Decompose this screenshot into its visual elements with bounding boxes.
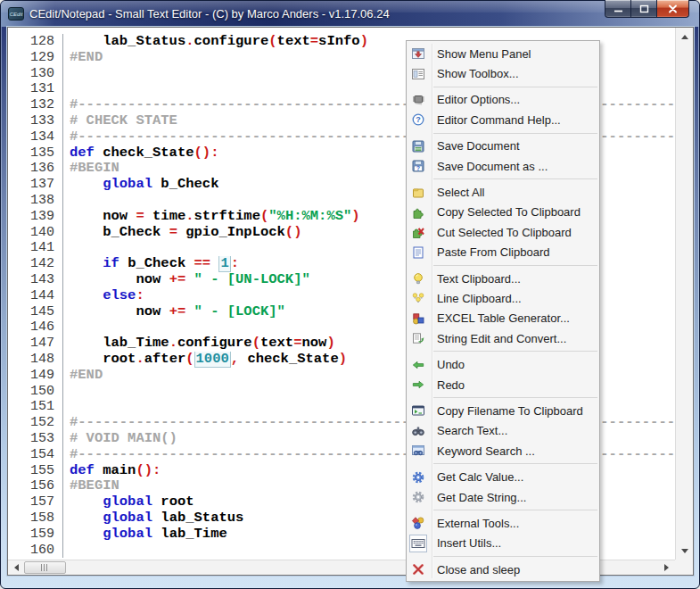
menu-item-cut-selected-to-clipboard[interactable]: Cut Selected To Clipboard — [407, 222, 599, 242]
arrow-up-icon — [681, 35, 688, 39]
line-number: 145 — [8, 304, 63, 320]
menu-item-undo[interactable]: Undo — [407, 354, 599, 374]
menu-item-get-calc-value[interactable]: Get Calc Value... — [407, 467, 599, 486]
menu-item-show-toolbox[interactable]: Show Toolbox... — [407, 63, 599, 83]
menu-item-label: Paste From Clipboard — [437, 245, 549, 259]
line-number: 130 — [8, 66, 63, 82]
menu-item-copy-selected-to-clipboard[interactable]: Copy Selected To Clipboard — [407, 203, 599, 222]
menu-item-text-clipboard[interactable]: Text Clipboard... — [407, 269, 599, 288]
line-number: 132 — [8, 97, 63, 113]
line-number: 158 — [8, 510, 63, 527]
menu-item-copy-filename-to-clipboard[interactable]: Copy Filename To Clipboard — [407, 401, 599, 420]
svg-text:?: ? — [416, 116, 421, 125]
menu-item-excel-table-generator[interactable]: EXCEL Table Generator... — [407, 309, 599, 328]
menu-item-external-tools[interactable]: External Tools... — [407, 513, 599, 533]
menu-item-label: Save Document — [437, 139, 520, 153]
scroll-left-button[interactable] — [10, 560, 23, 575]
scrollbar-corner — [675, 560, 693, 575]
puzzle-cut-icon — [411, 225, 425, 239]
line-number: 133 — [8, 113, 63, 129]
menu-item-get-date-string[interactable]: Get Date String... — [407, 487, 599, 507]
line-number: 129 — [8, 50, 63, 66]
app-icon: CEdit — [8, 7, 24, 21]
title-bar[interactable]: CEdit CEdit/Notepad - Small Text Editor … — [1, 1, 699, 27]
menu-item-label: EXCEL Table Generator... — [437, 311, 570, 325]
thumb-grip-icon — [41, 564, 49, 571]
menu-item-string-edit-and-convert[interactable]: String Edit and Convert... — [407, 328, 599, 348]
menu-item-keyword-search[interactable]: Keyword Search ... — [407, 441, 599, 460]
line-number: 138 — [8, 193, 63, 209]
menu-item-close-and-sleep[interactable]: Close and sleep — [407, 560, 599, 579]
scroll-up-button[interactable] — [676, 29, 693, 44]
horizontal-scroll-thumb[interactable] — [24, 561, 66, 574]
svg-text:?: ? — [416, 165, 420, 171]
console-window-icon — [411, 403, 425, 418]
redo-arrow-icon — [411, 377, 425, 392]
menu-item-label: Close and sleep — [437, 563, 520, 577]
menu-item-label: Keyword Search ... — [437, 444, 535, 458]
line-number: 137 — [8, 177, 63, 193]
scroll-right-button[interactable] — [660, 560, 673, 575]
line-number: 136 — [8, 161, 63, 177]
line-number: 144 — [8, 288, 63, 304]
puzzle-copy-icon — [411, 205, 425, 220]
chip-icon — [411, 93, 425, 107]
menu-item-show-menu-panel[interactable]: Show Menu Panel — [407, 44, 599, 63]
menu-separator — [433, 133, 597, 134]
gear-blue-icon — [411, 470, 425, 485]
menu-item-label: Search Text... — [437, 424, 507, 437]
arrow-left-icon — [14, 564, 19, 571]
cubes-icon — [411, 311, 425, 326]
line-number: 139 — [8, 209, 63, 225]
menu-item-redo[interactable]: Redo — [407, 375, 599, 394]
line-number: 128 — [8, 34, 63, 50]
menu-items: Show Menu PanelShow Toolbox...Editor Opt… — [407, 44, 599, 579]
menu-item-label: Editor Command Help... — [437, 113, 561, 127]
menu-item-insert-utils[interactable]: Insert Utils... — [407, 534, 599, 553]
menu-item-label: Redo — [437, 378, 465, 392]
keyboard-icon — [409, 535, 427, 552]
line-number: 134 — [8, 129, 63, 145]
maximize-button[interactable] — [631, 0, 657, 18]
menu-separator — [433, 397, 597, 398]
line-number: 143 — [8, 272, 63, 288]
close-icon — [665, 3, 680, 15]
menu-item-label: Show Menu Panel — [437, 47, 531, 61]
line-number: 141 — [8, 240, 63, 256]
line-number: 152 — [8, 415, 63, 431]
line-number: 131 — [8, 81, 63, 97]
menu-separator — [433, 265, 597, 266]
minimize-icon — [611, 3, 626, 15]
menu-item-search-text[interactable]: Search Text... — [407, 421, 599, 441]
menu-separator — [433, 178, 597, 179]
line-number: 154 — [8, 447, 63, 463]
line-number: 149 — [8, 368, 63, 384]
menu-item-label: Get Calc Value... — [437, 470, 523, 484]
arrow-down-icon — [681, 549, 688, 553]
window-title: CEdit/Notepad - Small Text Editor - (C) … — [29, 7, 390, 21]
menu-item-editor-options[interactable]: Editor Options... — [407, 90, 599, 110]
scroll-down-button[interactable] — [676, 543, 693, 558]
line-number: 155 — [8, 463, 63, 479]
menu-item-label: External Tools... — [437, 517, 519, 530]
vertical-scrollbar[interactable] — [675, 28, 693, 560]
menu-item-select-all[interactable]: Select All — [407, 182, 599, 202]
menu-item-save-document[interactable]: Save Document — [407, 137, 599, 156]
line-number: 142 — [8, 256, 63, 272]
line-number: 159 — [8, 527, 63, 543]
line-number: 151 — [8, 399, 63, 415]
menu-item-line-clipboard[interactable]: Line Clipboard... — [407, 288, 599, 308]
menu-item-editor-command-help[interactable]: ?Editor Command Help... — [407, 110, 599, 129]
menu-item-label: Cut Selected To Clipboard — [437, 226, 572, 239]
line-number: 148 — [8, 352, 63, 368]
caption-buttons — [605, 0, 689, 18]
line-number: 146 — [8, 319, 63, 336]
menu-item-paste-from-clipboard[interactable]: Paste From Clipboard — [407, 243, 599, 262]
close-button[interactable] — [657, 0, 689, 18]
menu-separator — [433, 87, 597, 87]
bulb-icon — [411, 271, 425, 286]
minimize-button[interactable] — [605, 0, 631, 18]
menu-item-save-document-as[interactable]: ?Save Document as ... — [407, 156, 599, 176]
keyword-binoculars-icon — [411, 444, 425, 458]
menu-separator — [433, 556, 597, 557]
